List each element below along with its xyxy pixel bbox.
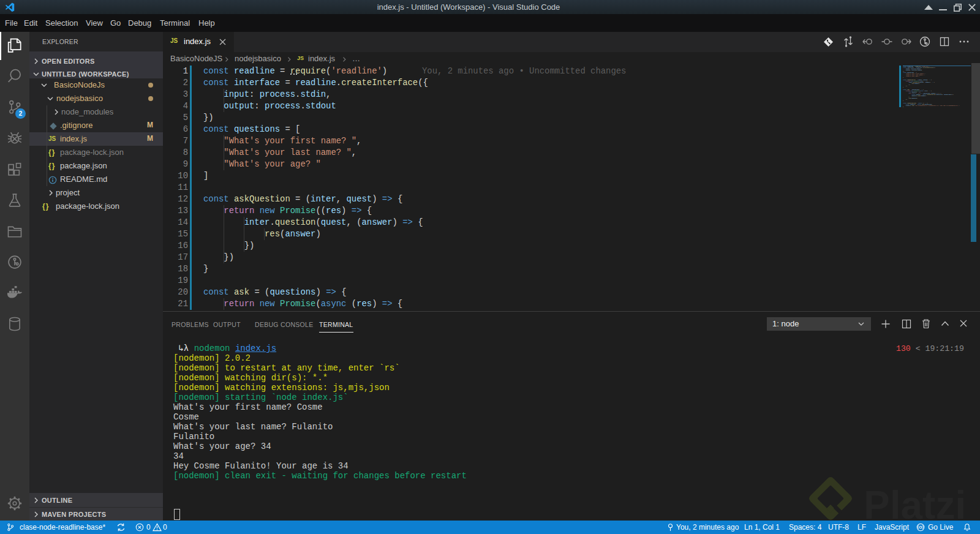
svg-text:Platzi: Platzi: [864, 483, 966, 526]
